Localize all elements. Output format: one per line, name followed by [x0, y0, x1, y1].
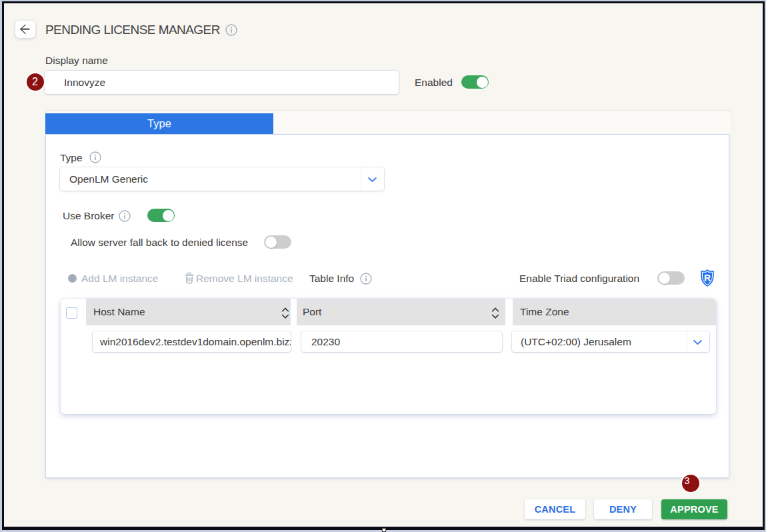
svg-text:R: R [703, 273, 710, 283]
